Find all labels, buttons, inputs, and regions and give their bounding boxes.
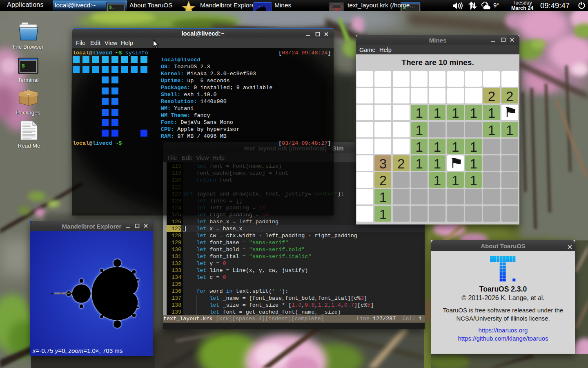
svg-text:$_: $_ [22,63,28,69]
svg-text:$_: $_ [109,5,115,10]
